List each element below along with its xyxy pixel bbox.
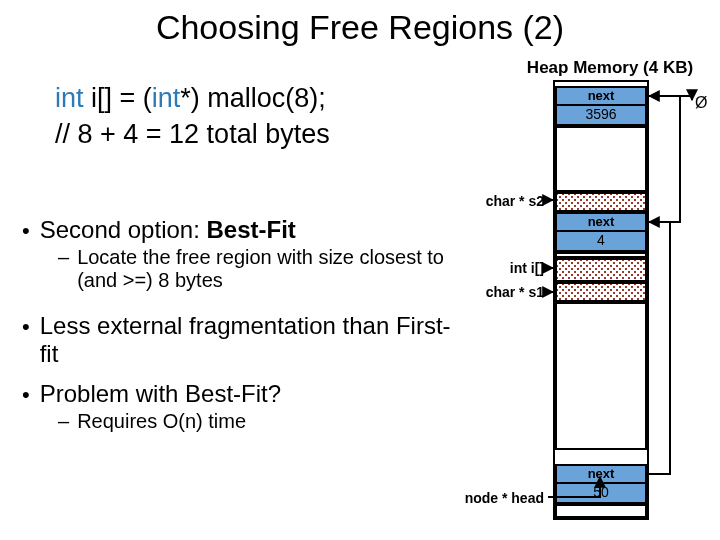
bullet-text: Problem with Best-Fit? xyxy=(40,380,462,408)
label-s1: char * s1 xyxy=(456,284,544,300)
alloc-s2 xyxy=(555,192,647,212)
bullet-list: Second option: Best-Fit Locate the free … xyxy=(22,210,462,433)
code-comment: // 8 + 4 = 12 total bytes xyxy=(55,116,330,152)
free-space-big xyxy=(555,302,647,450)
label-int-i: int i[] xyxy=(456,260,544,276)
alloc-int-i xyxy=(555,258,647,282)
free-space xyxy=(555,126,647,192)
free-header-top: next 3596 xyxy=(555,86,647,126)
code-text: *) malloc(8); xyxy=(180,83,326,113)
header-next-label: next xyxy=(557,88,645,106)
sub-bullet-text: Requires O(n) time xyxy=(77,410,462,433)
bullet-bold: Best-Fit xyxy=(207,216,296,243)
label-head: node * head xyxy=(440,490,544,506)
label-s2: char * s2 xyxy=(456,193,544,209)
free-header-bottom: next 50 xyxy=(555,464,647,504)
code-text: i[] = ( xyxy=(84,83,152,113)
bullet-text: Second option: xyxy=(40,216,207,243)
header-next-label: next xyxy=(557,214,645,232)
bullet-text: Less external fragmentation than First-f… xyxy=(40,312,462,368)
header-size: 50 xyxy=(557,484,645,502)
header-next-label: next xyxy=(557,466,645,484)
alloc-s1 xyxy=(555,282,647,302)
slide-title: Choosing Free Regions (2) xyxy=(0,8,720,47)
keyword: int xyxy=(152,83,181,113)
header-size: 4 xyxy=(557,232,645,250)
keyword: int xyxy=(55,83,84,113)
free-space-bottom xyxy=(555,504,647,518)
null-symbol: Ø xyxy=(695,94,707,112)
heap-title: Heap Memory (4 KB) xyxy=(505,58,715,78)
sub-bullet-text: Locate the free region with size closest… xyxy=(77,246,462,292)
heap-column: next 3596 next 4 next 50 xyxy=(553,80,649,520)
header-size: 3596 xyxy=(557,106,645,124)
free-header-mid: next 4 xyxy=(555,212,647,252)
code-block: int i[] = (int*) malloc(8); // 8 + 4 = 1… xyxy=(55,80,330,153)
